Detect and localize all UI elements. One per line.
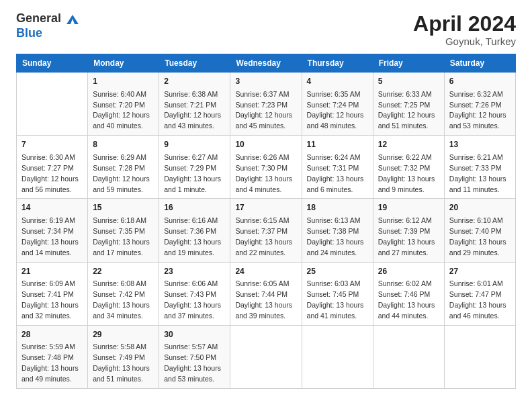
day-cell: 15 Sunrise: 6:18 AMSunset: 7:35 PMDaylig… (88, 199, 159, 262)
day-info: Sunrise: 6:32 AMSunset: 7:26 PMDaylight:… (449, 90, 506, 130)
day-cell: 9 Sunrise: 6:27 AMSunset: 7:29 PMDayligh… (159, 136, 230, 199)
day-cell: 24 Sunrise: 6:05 AMSunset: 7:44 PMDaylig… (230, 262, 302, 325)
day-number: 7 (21, 139, 83, 150)
day-number: 5 (378, 76, 439, 87)
day-info: Sunrise: 6:10 AMSunset: 7:40 PMDaylight:… (449, 216, 506, 257)
day-info: Sunrise: 5:59 AMSunset: 7:48 PMDaylight:… (21, 342, 79, 383)
day-info: Sunrise: 6:13 AMSunset: 7:38 PMDaylight:… (307, 216, 364, 257)
day-info: Sunrise: 6:26 AMSunset: 7:30 PMDaylight:… (235, 153, 292, 193)
day-number: 20 (449, 202, 511, 214)
week-row-3: 14 Sunrise: 6:19 AMSunset: 7:34 PMDaylig… (17, 199, 516, 262)
day-number: 21 (21, 266, 83, 277)
day-cell: 19 Sunrise: 6:12 AMSunset: 7:39 PMDaylig… (373, 199, 444, 262)
day-info: Sunrise: 6:21 AMSunset: 7:33 PMDaylight:… (449, 153, 506, 193)
logo: General Blue (16, 12, 80, 40)
day-number: 15 (93, 202, 154, 214)
day-info: Sunrise: 6:19 AMSunset: 7:34 PMDaylight:… (21, 216, 79, 257)
col-monday: Monday (88, 54, 159, 73)
day-cell: 21 Sunrise: 6:09 AMSunset: 7:41 PMDaylig… (17, 262, 88, 325)
day-info: Sunrise: 6:29 AMSunset: 7:28 PMDaylight:… (93, 153, 150, 193)
week-row-4: 21 Sunrise: 6:09 AMSunset: 7:41 PMDaylig… (17, 262, 516, 325)
day-number: 30 (164, 329, 225, 340)
col-tuesday: Tuesday (159, 54, 230, 73)
day-cell (17, 73, 88, 136)
page: General Blue April 2024 Goynuk, Turkey S… (0, 0, 532, 411)
week-row-5: 28 Sunrise: 5:59 AMSunset: 7:48 PMDaylig… (17, 325, 516, 388)
day-cell: 12 Sunrise: 6:22 AMSunset: 7:32 PMDaylig… (373, 136, 444, 199)
day-number: 28 (21, 329, 83, 340)
title-section: April 2024 Goynuk, Turkey (413, 12, 516, 47)
day-info: Sunrise: 6:08 AMSunset: 7:42 PMDaylight:… (93, 279, 150, 320)
header: General Blue April 2024 Goynuk, Turkey (0, 0, 532, 54)
day-info: Sunrise: 6:33 AMSunset: 7:25 PMDaylight:… (378, 90, 435, 130)
day-number: 23 (164, 266, 225, 277)
col-thursday: Thursday (302, 54, 373, 73)
day-cell: 22 Sunrise: 6:08 AMSunset: 7:42 PMDaylig… (88, 262, 159, 325)
day-cell: 14 Sunrise: 6:19 AMSunset: 7:34 PMDaylig… (17, 199, 88, 262)
col-wednesday: Wednesday (230, 54, 302, 73)
day-info: Sunrise: 5:57 AMSunset: 7:50 PMDaylight:… (164, 342, 221, 383)
location: Goynuk, Turkey (413, 36, 516, 47)
day-number: 16 (164, 202, 225, 214)
day-number: 19 (378, 202, 439, 214)
day-number: 22 (93, 266, 154, 277)
day-cell (444, 325, 515, 388)
week-row-1: 1 Sunrise: 6:40 AMSunset: 7:20 PMDayligh… (17, 73, 516, 136)
col-sunday: Sunday (17, 54, 88, 73)
day-info: Sunrise: 6:18 AMSunset: 7:35 PMDaylight:… (93, 216, 150, 257)
day-info: Sunrise: 6:02 AMSunset: 7:46 PMDaylight:… (378, 279, 435, 320)
logo-blue: Blue (16, 26, 42, 40)
day-number: 2 (164, 76, 225, 87)
day-cell: 28 Sunrise: 5:59 AMSunset: 7:48 PMDaylig… (17, 325, 88, 388)
day-info: Sunrise: 5:58 AMSunset: 7:49 PMDaylight:… (93, 342, 150, 383)
day-number: 26 (378, 266, 439, 277)
day-cell: 23 Sunrise: 6:06 AMSunset: 7:43 PMDaylig… (159, 262, 230, 325)
day-cell: 3 Sunrise: 6:37 AMSunset: 7:23 PMDayligh… (230, 73, 302, 136)
day-number: 14 (21, 202, 83, 214)
day-info: Sunrise: 6:27 AMSunset: 7:29 PMDaylight:… (164, 153, 221, 193)
day-number: 9 (164, 139, 225, 150)
day-number: 29 (93, 329, 154, 340)
day-cell: 18 Sunrise: 6:13 AMSunset: 7:38 PMDaylig… (302, 199, 373, 262)
day-info: Sunrise: 6:12 AMSunset: 7:39 PMDaylight:… (378, 216, 435, 257)
day-number: 24 (235, 266, 296, 277)
day-cell: 6 Sunrise: 6:32 AMSunset: 7:26 PMDayligh… (444, 73, 515, 136)
day-info: Sunrise: 6:03 AMSunset: 7:45 PMDaylight:… (307, 279, 364, 320)
day-cell: 13 Sunrise: 6:21 AMSunset: 7:33 PMDaylig… (444, 136, 515, 199)
day-cell: 8 Sunrise: 6:29 AMSunset: 7:28 PMDayligh… (88, 136, 159, 199)
week-row-2: 7 Sunrise: 6:30 AMSunset: 7:27 PMDayligh… (17, 136, 516, 199)
col-friday: Friday (373, 54, 444, 73)
day-info: Sunrise: 6:06 AMSunset: 7:43 PMDaylight:… (164, 279, 221, 320)
day-cell: 29 Sunrise: 5:58 AMSunset: 7:49 PMDaylig… (88, 325, 159, 388)
day-cell: 27 Sunrise: 6:01 AMSunset: 7:47 PMDaylig… (444, 262, 515, 325)
day-cell: 30 Sunrise: 5:57 AMSunset: 7:50 PMDaylig… (159, 325, 230, 388)
day-number: 3 (235, 76, 296, 87)
day-number: 4 (307, 76, 368, 87)
day-cell: 2 Sunrise: 6:38 AMSunset: 7:21 PMDayligh… (159, 73, 230, 136)
day-info: Sunrise: 6:24 AMSunset: 7:31 PMDaylight:… (307, 153, 364, 193)
day-number: 12 (378, 139, 439, 150)
day-cell: 25 Sunrise: 6:03 AMSunset: 7:45 PMDaylig… (302, 262, 373, 325)
day-cell: 16 Sunrise: 6:16 AMSunset: 7:36 PMDaylig… (159, 199, 230, 262)
day-number: 11 (307, 139, 368, 150)
day-cell: 7 Sunrise: 6:30 AMSunset: 7:27 PMDayligh… (17, 136, 88, 199)
day-info: Sunrise: 6:38 AMSunset: 7:21 PMDaylight:… (164, 90, 221, 130)
day-cell: 5 Sunrise: 6:33 AMSunset: 7:25 PMDayligh… (373, 73, 444, 136)
day-cell (373, 325, 444, 388)
day-info: Sunrise: 6:22 AMSunset: 7:32 PMDaylight:… (378, 153, 435, 193)
day-number: 1 (93, 76, 154, 87)
day-info: Sunrise: 6:37 AMSunset: 7:23 PMDaylight:… (235, 90, 292, 130)
header-row: Sunday Monday Tuesday Wednesday Thursday… (17, 54, 516, 73)
day-cell (302, 325, 373, 388)
day-info: Sunrise: 6:40 AMSunset: 7:20 PMDaylight:… (93, 90, 150, 130)
day-cell: 17 Sunrise: 6:15 AMSunset: 7:37 PMDaylig… (230, 199, 302, 262)
day-number: 27 (449, 266, 511, 277)
day-number: 10 (235, 139, 296, 150)
day-info: Sunrise: 6:30 AMSunset: 7:27 PMDaylight:… (21, 153, 79, 193)
day-number: 17 (235, 202, 296, 214)
day-number: 18 (307, 202, 368, 214)
day-number: 25 (307, 266, 368, 277)
logo-icon (65, 12, 80, 27)
day-info: Sunrise: 6:01 AMSunset: 7:47 PMDaylight:… (449, 279, 506, 320)
day-cell: 1 Sunrise: 6:40 AMSunset: 7:20 PMDayligh… (88, 73, 159, 136)
